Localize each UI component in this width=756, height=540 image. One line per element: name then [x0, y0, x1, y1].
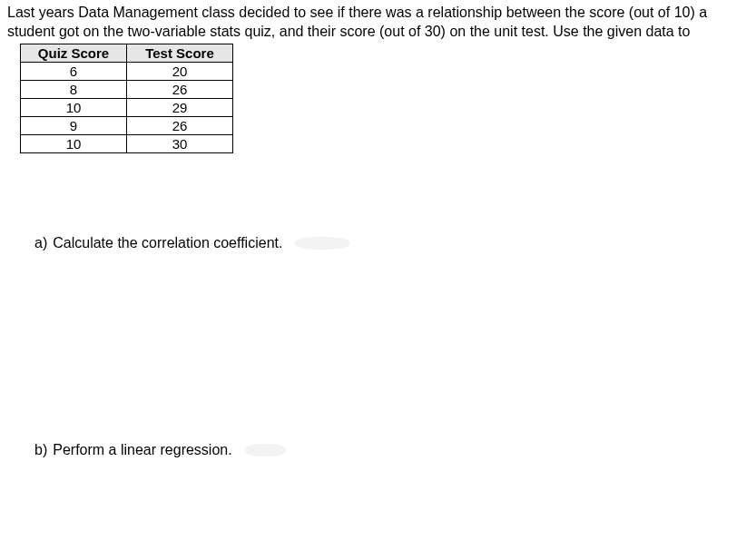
header-quiz-score: Quiz Score — [21, 44, 127, 62]
question-b-text: Perform a linear regression. — [53, 442, 231, 458]
table-row: 9 26 — [21, 116, 233, 134]
table-row: 10 29 — [21, 98, 233, 116]
questions-section: a) Calculate the correlation coefficient… — [34, 235, 749, 458]
cell-test: 30 — [127, 134, 233, 152]
question-b-letter: b) — [34, 442, 47, 458]
cell-test: 26 — [127, 80, 233, 98]
cell-quiz: 10 — [21, 134, 127, 152]
erased-mark — [245, 444, 286, 457]
table-row: 6 20 — [21, 62, 233, 80]
data-table: Quiz Score Test Score 6 20 8 26 10 29 9 … — [20, 44, 233, 153]
header-test-score: Test Score — [127, 44, 233, 62]
cell-test: 20 — [127, 62, 233, 80]
question-a-text: Calculate the correlation coefficient. — [53, 235, 282, 251]
table-row: 8 26 — [21, 80, 233, 98]
cell-quiz: 10 — [21, 98, 127, 116]
erased-mark — [295, 237, 349, 250]
cell-quiz: 8 — [21, 80, 127, 98]
table-row: 10 30 — [21, 134, 233, 152]
table-header-row: Quiz Score Test Score — [21, 44, 233, 62]
question-a-letter: a) — [34, 235, 47, 251]
cell-quiz: 6 — [21, 62, 127, 80]
question-b: b) Perform a linear regression. — [34, 442, 749, 458]
cell-quiz: 9 — [21, 116, 127, 134]
cell-test: 26 — [127, 116, 233, 134]
cell-test: 29 — [127, 98, 233, 116]
problem-statement: Last years Data Management class decided… — [7, 4, 749, 42]
question-a: a) Calculate the correlation coefficient… — [34, 235, 749, 251]
